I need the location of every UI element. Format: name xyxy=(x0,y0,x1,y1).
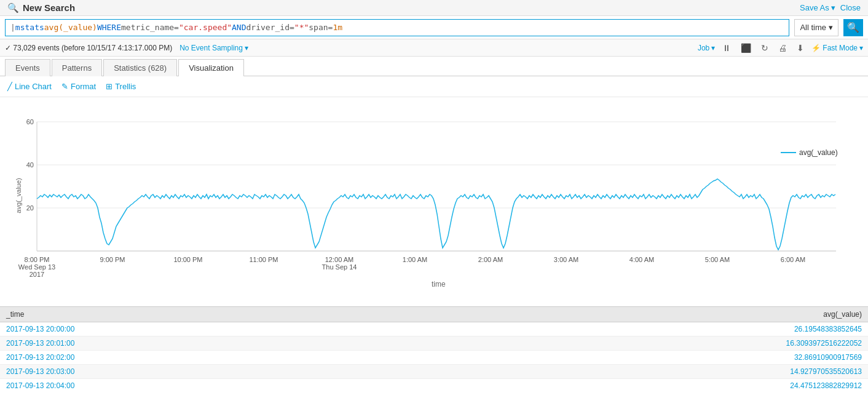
y-tick-20: 20 xyxy=(26,204,34,212)
x-tick-10pm: 10:00 PM xyxy=(173,256,202,263)
cell-value: 16.3093972516222052 xyxy=(415,336,868,351)
x-tick-8pm-year: 2017 xyxy=(30,271,44,278)
status-left: ✓ 73,029 events (before 10/15/17 4:13:17… xyxy=(5,44,248,52)
table-row: 2017-09-13 20:04:0024.475123882829912 xyxy=(0,379,868,392)
line-chart-button[interactable]: ╱ Line Chart xyxy=(7,82,52,91)
x-tick-8pm-sub: Wed Sep 13 xyxy=(18,263,55,271)
data-table: _time avg(_value) 2017-09-13 20:00:0026.… xyxy=(0,307,868,391)
table-row: 2017-09-13 20:03:0014.927970535520613 xyxy=(0,365,868,379)
chevron-down-icon: ▾ xyxy=(831,3,835,12)
status-right: Job ▾ ⏸ ⬛ ↻ 🖨 ⬇ ⚡ Fast Mode ▾ xyxy=(698,43,863,53)
job-button[interactable]: Job ▾ xyxy=(698,44,715,52)
mstats-keyword: mstats xyxy=(15,23,44,32)
legend-label: avg(_value) xyxy=(799,148,838,157)
status-bar: ✓ 73,029 events (before 10/15/17 4:13:17… xyxy=(0,39,868,57)
cell-time: 2017-09-13 20:01:00 xyxy=(0,336,415,351)
app-header: 🔍 New Search Save As ▾ Close xyxy=(0,0,868,16)
chart-svg: avg(_value) 60 40 20 8:00 PM Wed Sep 13 … xyxy=(12,103,856,288)
trellis-button[interactable]: ⊞ Trellis xyxy=(106,82,136,91)
table-row: 2017-09-13 20:01:0016.3093972516222052 xyxy=(0,336,868,351)
and-keyword: AND xyxy=(232,23,246,32)
tab-patterns[interactable]: Patterns xyxy=(52,59,102,76)
driver-value: "*" xyxy=(294,23,309,32)
stop-button[interactable]: ⬛ xyxy=(738,43,754,53)
line-chart-icon: ╱ xyxy=(7,82,12,91)
col-header-time: _time xyxy=(0,307,415,322)
chevron-down-icon: ▾ xyxy=(711,44,715,52)
chart-area: avg(_value) 60 40 20 8:00 PM Wed Sep 13 … xyxy=(0,97,868,306)
y-tick-40: 40 xyxy=(26,161,34,169)
tabs-row: Events Patterns Statistics (628) Visuali… xyxy=(0,57,868,76)
pause-button[interactable]: ⏸ xyxy=(720,43,733,53)
fast-mode-button[interactable]: ⚡ Fast Mode ▾ xyxy=(811,44,863,52)
chart-line xyxy=(37,179,835,250)
driver-part: driver_id= xyxy=(247,23,294,32)
viz-toolbar: ╱ Line Chart ✎ Format ⊞ Trellis xyxy=(0,76,868,97)
cell-value: 26.19548383852645 xyxy=(415,322,868,336)
search-bar-row: | mstats avg(_value) WHERE metric_name= … xyxy=(0,16,868,39)
events-count: ✓ 73,029 events (before 10/15/17 4:13:17… xyxy=(5,44,172,52)
search-icon: 🔍 xyxy=(847,22,859,33)
y-tick-60: 60 xyxy=(26,118,34,125)
x-tick-4am: 4:00 AM xyxy=(629,256,654,263)
metric-name-part: metric_name= xyxy=(121,23,179,32)
table-row: 2017-09-13 20:02:0032.86910900917569 xyxy=(0,351,868,365)
func-part: avg(_value) xyxy=(44,23,97,32)
table-row: 2017-09-13 20:00:0026.19548383852645 xyxy=(0,322,868,336)
cell-value: 24.475123882829912 xyxy=(415,379,868,392)
y-axis-label: avg(_value) xyxy=(15,178,22,213)
tab-visualization[interactable]: Visualization xyxy=(178,59,244,76)
col-header-value: avg(_value) xyxy=(415,307,868,322)
trellis-icon: ⊞ xyxy=(106,82,112,91)
span-part: span= xyxy=(309,23,333,32)
x-tick-11pm: 11:00 PM xyxy=(249,256,278,263)
x-tick-12am: 12:00 AM xyxy=(325,256,353,263)
search-icon: 🔍 xyxy=(7,2,19,14)
tab-statistics[interactable]: Statistics (628) xyxy=(103,59,177,76)
tab-events[interactable]: Events xyxy=(5,59,50,76)
header-actions: Save As ▾ Close xyxy=(800,3,861,12)
chevron-down-icon: ▾ xyxy=(245,44,248,52)
x-tick-1am: 1:00 AM xyxy=(403,256,427,263)
x-axis-label: _time xyxy=(427,280,446,288)
chevron-down-icon: ▾ xyxy=(829,23,833,32)
x-tick-12am-sub: Thu Sep 14 xyxy=(322,263,357,271)
span-value: 1m xyxy=(333,23,342,32)
chevron-down-icon: ▾ xyxy=(859,44,863,52)
print-button[interactable]: 🖨 xyxy=(776,43,789,53)
cell-time: 2017-09-13 20:00:00 xyxy=(0,322,415,336)
cell-time: 2017-09-13 20:02:00 xyxy=(0,351,415,365)
x-tick-3am: 3:00 AM xyxy=(554,256,578,263)
cell-time: 2017-09-13 20:03:00 xyxy=(0,365,415,379)
format-button[interactable]: ✎ Format xyxy=(61,82,96,91)
x-tick-5am: 5:00 AM xyxy=(705,256,730,263)
pipe-symbol: | xyxy=(10,23,15,32)
cell-time: 2017-09-13 20:04:00 xyxy=(0,379,415,392)
x-tick-2am: 2:00 AM xyxy=(478,256,503,263)
cell-value: 14.927970535520613 xyxy=(415,365,868,379)
metric-value: "car.speed" xyxy=(179,23,232,32)
time-range-selector[interactable]: All time ▾ xyxy=(794,19,838,36)
no-event-sampling-button[interactable]: No Event Sampling ▾ xyxy=(180,44,248,52)
x-tick-8pm: 8:00 PM xyxy=(25,256,50,263)
data-table-area: _time avg(_value) 2017-09-13 20:00:0026.… xyxy=(0,306,868,391)
search-button[interactable]: 🔍 xyxy=(843,19,863,36)
lightning-icon: ⚡ xyxy=(811,44,821,52)
where-keyword: WHERE xyxy=(97,23,121,32)
download-button[interactable]: ⬇ xyxy=(794,43,807,53)
close-button[interactable]: Close xyxy=(840,3,861,12)
save-as-button[interactable]: Save As ▾ xyxy=(800,3,835,12)
refresh-button[interactable]: ↻ xyxy=(759,43,771,53)
cell-value: 32.86910900917569 xyxy=(415,351,868,365)
format-icon: ✎ xyxy=(61,82,68,91)
x-tick-6am: 6:00 AM xyxy=(781,256,805,263)
page-title: 🔍 New Search xyxy=(7,2,75,14)
x-tick-9pm: 9:00 PM xyxy=(100,256,125,263)
